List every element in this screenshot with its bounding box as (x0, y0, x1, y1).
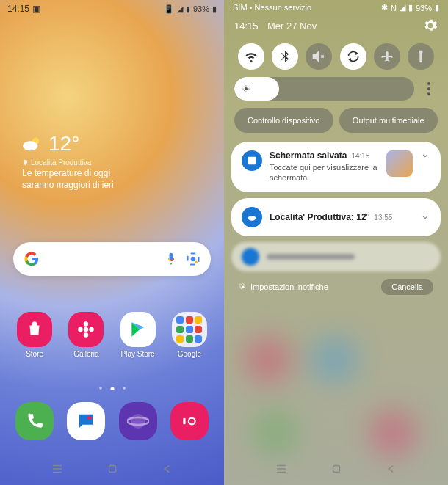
svg-point-3 (191, 257, 196, 262)
navigation-bar (224, 457, 448, 481)
qs-wifi[interactable] (238, 43, 264, 70)
screenshot-indicator-icon: ▣ (32, 4, 40, 14)
notification-title: Schermata salvata (270, 150, 347, 161)
app-store[interactable]: Store (11, 312, 58, 358)
nfc-icon: N (391, 4, 397, 12)
dock-messages[interactable] (67, 402, 105, 440)
bluetooth-icon (278, 49, 292, 64)
qs-bluetooth[interactable] (272, 43, 298, 70)
flower-icon (76, 320, 95, 339)
battery-percent: 93% (193, 4, 209, 13)
dock (9, 402, 215, 440)
notification-collapsed[interactable] (231, 242, 441, 271)
sim-status: SIM • Nessun servizio (233, 3, 311, 12)
dock-phone[interactable] (15, 402, 54, 440)
phone-icon (25, 412, 44, 431)
app-label: Store (26, 350, 43, 358)
notification-shade: SIM • Nessun servizio ✱ N ◢ ▮ 93% ▮ 14:1… (224, 0, 448, 485)
flashlight-icon (413, 49, 428, 64)
svg-point-6 (84, 321, 89, 327)
app-playstore[interactable]: Play Store (115, 312, 162, 358)
svg-point-19 (245, 87, 248, 90)
speaker-mute-icon (311, 49, 326, 64)
gear-icon (239, 282, 248, 291)
weather-app-icon (242, 207, 262, 227)
recents-button[interactable] (275, 462, 288, 475)
qs-sound[interactable] (306, 43, 332, 70)
app-label: Play Store (121, 350, 155, 358)
dock-camera[interactable] (170, 402, 209, 440)
notification-time: 14:15 (351, 152, 369, 160)
google-lens-icon[interactable] (186, 252, 200, 266)
clear-all-button[interactable]: Cancella (381, 279, 433, 295)
home-button[interactable] (330, 462, 343, 475)
weather-cloud-sun-icon (22, 135, 43, 153)
svg-point-4 (195, 261, 198, 263)
controls-row: Controllo dispositivo Output multimedial… (224, 108, 448, 142)
sun-icon (242, 84, 250, 93)
notification-thumbnail (386, 150, 413, 177)
svg-rect-20 (248, 157, 256, 165)
svg-rect-17 (183, 418, 185, 425)
svg-point-13 (131, 414, 145, 429)
back-button[interactable] (385, 462, 398, 475)
status-bar: 14:15 ▣ 📳 ◢ ▮ 93% ▮ (0, 0, 224, 18)
app-row: Store Galleria Play Store Google (9, 312, 215, 358)
battery-icon: ▮ (435, 3, 439, 12)
svg-rect-18 (109, 466, 115, 473)
notification-settings-label: Impostazioni notifiche (250, 282, 328, 291)
google-search-bar[interactable] (13, 242, 211, 276)
navigation-bar (0, 457, 224, 481)
brightness-row (224, 77, 448, 108)
home-screen: 14:15 ▣ 📳 ◢ ▮ 93% ▮ 12° Località Produtt… (0, 0, 224, 485)
weather-widget[interactable]: 12° Località Produttiva Le temperature d… (22, 132, 125, 191)
qs-rotate[interactable] (340, 43, 366, 70)
app-google-folder[interactable]: Google (166, 312, 213, 358)
media-output-button[interactable]: Output multimediale (339, 108, 438, 133)
shopping-bag-icon (25, 320, 44, 339)
date-row: 14:15 Mer 27 Nov (224, 12, 448, 39)
mic-icon[interactable] (164, 252, 178, 266)
vibrate-icon: 📳 (164, 4, 174, 14)
back-button[interactable] (161, 462, 174, 475)
google-logo-icon (24, 251, 40, 267)
device-control-button[interactable]: Controllo dispositivo (234, 108, 333, 133)
weather-temperature: 12° (48, 132, 79, 156)
svg-point-1 (23, 141, 38, 150)
notification-text: Toccate qui per visualizzare la schermat… (270, 162, 379, 183)
qs-flashlight[interactable] (408, 43, 434, 70)
home-button[interactable] (106, 462, 119, 475)
battery-icon: ▮ (212, 4, 217, 14)
qs-airplane[interactable] (374, 43, 400, 70)
chevron-down-icon[interactable] (420, 212, 430, 222)
location-pin-icon (22, 159, 29, 166)
notification-weather[interactable]: Localita' Produttiva: 12° 13:55 (231, 198, 441, 236)
chevron-down-icon[interactable] (420, 150, 430, 161)
brightness-slider[interactable] (234, 77, 414, 101)
signal-icon: ▮ (408, 3, 413, 12)
notification-settings-link[interactable]: Impostazioni notifiche (239, 282, 328, 291)
svg-point-8 (84, 332, 89, 338)
dock-browser[interactable] (119, 402, 157, 440)
airplane-icon (380, 49, 394, 64)
page-dot-icon (122, 386, 126, 390)
shade-time: 14:15 (234, 21, 259, 32)
weather-description: Le temperature di oggi saranno maggiori … (22, 168, 125, 191)
status-time: 14:15 (7, 4, 29, 14)
wifi-icon: ◢ (177, 4, 183, 14)
signal-icon: ▮ (186, 4, 190, 14)
notification-screenshot[interactable]: Schermata salvata 14:15 Toccate qui per … (231, 142, 441, 192)
app-galleria[interactable]: Galleria (62, 312, 109, 358)
camera-icon (180, 412, 199, 431)
svg-rect-23 (333, 466, 339, 473)
svg-point-16 (189, 419, 195, 424)
app-label: Google (178, 350, 201, 358)
settings-gear-icon[interactable] (423, 18, 438, 33)
svg-point-11 (123, 387, 126, 390)
screenshot-app-icon (242, 150, 262, 171)
brightness-more-button[interactable] (420, 82, 438, 95)
folder-icon (172, 312, 207, 347)
page-indicator[interactable] (0, 386, 224, 390)
recents-button[interactable] (51, 462, 64, 475)
notification-time: 13:55 (374, 214, 392, 222)
